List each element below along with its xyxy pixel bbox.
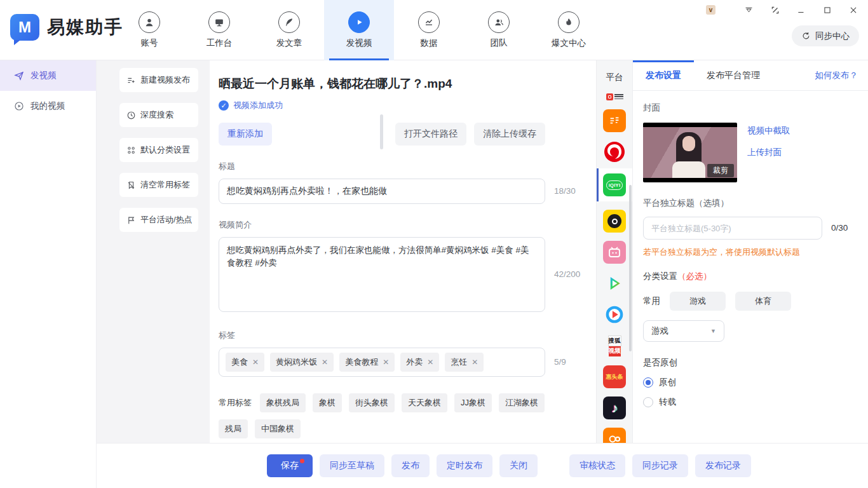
douyin-icon[interactable]: ♪ <box>603 396 626 419</box>
radio-repost[interactable]: 转载 <box>643 396 858 408</box>
common-tag[interactable]: 象棋 <box>313 393 342 412</box>
bilibili-icon[interactable] <box>603 241 626 264</box>
nav-item-hot-center[interactable]: 爆文中心 <box>534 0 604 60</box>
huitoutiao-icon[interactable]: 惠头条 <box>603 365 626 388</box>
deep-search-button[interactable]: 深度搜索 <box>119 103 198 127</box>
tag-remove-icon[interactable]: ✕ <box>471 358 478 367</box>
default-category-button[interactable]: 默认分类设置 <box>119 138 198 162</box>
sync-center-button[interactable]: 同步中心 <box>792 25 859 46</box>
platform-scrollbar[interactable] <box>629 185 632 351</box>
category-option-sports[interactable]: 体育 <box>735 292 791 311</box>
category-select[interactable]: 游戏 ▼ <box>643 320 724 342</box>
platform-activity-button[interactable]: 平台活动/热点 <box>119 208 198 232</box>
window-controls: v <box>706 5 858 15</box>
haokan-video-icon[interactable] <box>603 303 626 326</box>
how-to-publish-link[interactable]: 如何发布？ <box>815 70 858 81</box>
nav-item-data[interactable]: 数据 <box>394 0 464 60</box>
description-counter: 42/200 <box>554 269 580 279</box>
cover-label: 封面 <box>643 102 858 114</box>
flame-icon <box>558 11 580 33</box>
top-nav: 账号 工作台 发文章 发视频 数据 <box>114 0 604 60</box>
iqiyi-icon[interactable]: iQIYI <box>603 173 626 196</box>
tag-remove-icon[interactable]: ✕ <box>322 358 328 367</box>
publish-button[interactable]: 发布 <box>391 454 430 477</box>
tray-icon: v <box>706 5 715 15</box>
cover-thumbnail[interactable]: 裁剪 <box>643 123 737 182</box>
readd-button[interactable]: 重新添加 <box>219 123 272 146</box>
common-tag[interactable]: 残局 <box>219 419 248 438</box>
header: M 易媒助手 账号 工作台 发文章 发视频 <box>0 0 868 60</box>
sidebar-item-my-videos[interactable]: 我的视频 <box>0 91 96 121</box>
workbench-icon <box>208 11 230 33</box>
close-button[interactable]: 关闭 <box>499 454 538 477</box>
menu-chevron-icon[interactable] <box>744 5 754 15</box>
upload-cover-link[interactable]: 上传封面 <box>747 147 790 158</box>
common-tag[interactable]: 街头象棋 <box>349 393 395 412</box>
title-input[interactable] <box>219 179 545 204</box>
tag-item: 美食✕ <box>226 353 264 372</box>
close-icon[interactable] <box>849 6 858 15</box>
chevron-down-icon: ▼ <box>710 328 716 334</box>
title-label: 标题 <box>219 161 596 172</box>
crop-badge[interactable]: 裁剪 <box>707 164 734 177</box>
nav-item-video[interactable]: 发视频 <box>324 0 394 60</box>
maximize-icon[interactable] <box>823 6 832 15</box>
minimize-icon[interactable] <box>797 6 806 15</box>
publish-log-button[interactable]: 发布记录 <box>695 454 751 477</box>
new-video-publish-button[interactable]: 新建视频发布 <box>119 68 198 92</box>
team-icon <box>488 11 510 33</box>
radio-unchecked-icon <box>643 397 653 407</box>
content-scrollbar[interactable] <box>380 114 383 149</box>
platform-title-counter: 0/30 <box>831 223 848 233</box>
save-button[interactable]: 保存 <box>267 454 313 477</box>
tag-clear-icon <box>126 180 136 190</box>
left-sidebar: 发视频 我的视频 <box>0 60 97 488</box>
app-name: 易媒助手 <box>47 15 123 39</box>
tab-platform-management[interactable]: 发布平台管理 <box>694 60 773 90</box>
capture-from-video-link[interactable]: 视频中截取 <box>747 125 790 137</box>
common-tag[interactable]: 天天象棋 <box>402 393 447 412</box>
clear-common-tags-button[interactable]: 清空常用标签 <box>119 173 198 197</box>
schedule-publish-button[interactable]: 定时发布 <box>437 454 492 477</box>
sidebar-item-publish-video[interactable]: 发视频 <box>0 60 96 91</box>
tags-input[interactable]: 美食✕ 黄焖鸡米饭✕ 美食教程✕ 外卖✕ 烹饪✕ <box>219 348 545 377</box>
tag-remove-icon[interactable]: ✕ <box>383 358 389 367</box>
nav-item-team[interactable]: 团队 <box>464 0 534 60</box>
common-tag[interactable]: 江湖象棋 <box>499 393 545 412</box>
audit-status-button[interactable]: 审核状态 <box>569 454 625 477</box>
sync-log-button[interactable]: 同步记录 <box>632 454 688 477</box>
nav-item-account[interactable]: 账号 <box>114 0 184 60</box>
tag-remove-icon[interactable]: ✕ <box>252 358 259 367</box>
tencent-video-icon[interactable] <box>603 272 626 295</box>
kuaishou-icon[interactable] <box>603 428 626 443</box>
open-file-path-button[interactable]: 打开文件路径 <box>395 123 466 146</box>
radio-original[interactable]: 原创 <box>643 377 858 388</box>
description-textarea[interactable]: 想吃黄焖鸡别再点外卖了，我们在家也能做，方法很简单#黄焖鸡米饭 #美食 #美食教… <box>219 237 545 312</box>
common-tag[interactable]: 中国象棋 <box>255 419 301 438</box>
tags-label: 标签 <box>219 330 596 341</box>
platform-title-input[interactable] <box>643 217 822 240</box>
radio-checked-icon <box>643 377 653 388</box>
tag-item: 外卖✕ <box>400 353 439 372</box>
nav-item-article[interactable]: 发文章 <box>254 0 324 60</box>
tab-publish-settings[interactable]: 发布设置 <box>633 60 694 90</box>
category-option-game[interactable]: 游戏 <box>670 292 726 311</box>
tag-remove-icon[interactable]: ✕ <box>427 358 433 367</box>
sohu-video-icon[interactable]: 搜狐 视频 <box>604 334 625 357</box>
clock-icon <box>126 111 136 120</box>
ifeng-icon[interactable] <box>603 140 626 163</box>
grid-icon <box>126 146 136 155</box>
orange-news-platform-icon[interactable] <box>603 109 626 132</box>
sync-to-draft-button[interactable]: 同步至草稿 <box>320 454 384 477</box>
actions-panel: 新建视频发布 深度搜索 默认分类设置 清空常用标签 平台活动/热点 <box>97 60 210 443</box>
toutiao-icon[interactable] <box>606 92 623 101</box>
iqiyi-selected-indicator: iQIYI <box>597 168 633 201</box>
flag-icon <box>126 215 136 225</box>
clear-upload-cache-button[interactable]: 清除上传缓存 <box>474 123 545 146</box>
logo-icon: M <box>10 14 39 41</box>
common-tag[interactable]: JJ象棋 <box>454 393 492 412</box>
nav-item-workbench[interactable]: 工作台 <box>184 0 254 60</box>
common-tag[interactable]: 象棋残局 <box>260 393 306 412</box>
screenshot-icon[interactable] <box>771 6 780 15</box>
record-platform-icon[interactable] <box>603 210 626 233</box>
